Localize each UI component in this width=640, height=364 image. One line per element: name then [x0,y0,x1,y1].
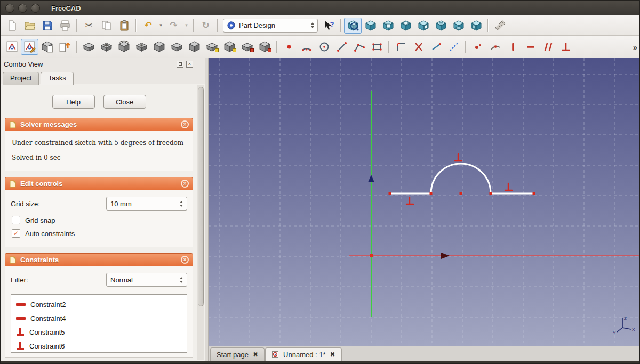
paste-button[interactable] [115,18,133,34]
create-line-button[interactable] [333,39,350,55]
help-button[interactable]: Help [52,95,95,109]
external-geometry-button[interactable] [427,39,445,55]
grid-snap-checkbox[interactable] [12,216,20,224]
workbench-selector[interactable]: Part Design [223,19,318,33]
grid-size-select[interactable]: 10 mm [106,197,187,211]
chamfer-button[interactable] [203,39,221,55]
arc-center-point[interactable] [460,192,462,195]
sketch-arc[interactable] [431,164,491,193]
constraints-header[interactable]: Constraints × [5,253,193,266]
redo-dropdown-button[interactable]: ▾ [182,18,190,34]
create-point-button[interactable] [280,39,298,55]
refresh-button[interactable]: ↻ [197,18,214,34]
trim-edge-button[interactable] [410,39,427,55]
undo-button[interactable]: ↶ [139,18,157,34]
tab-unnamed-document[interactable]: Unnamed : 1* ✖ [265,347,342,361]
spinner-arrows-icon[interactable] [308,22,314,28]
rear-view-button[interactable] [432,18,450,34]
close-panel-button[interactable]: × [186,61,193,68]
construction-mode-button[interactable] [445,39,462,55]
constrain-coincident-button[interactable] [469,39,486,55]
new-sketch-button[interactable] [3,39,21,55]
new-file-button[interactable] [3,18,21,34]
groove-button[interactable] [133,39,150,55]
create-fillet-button[interactable] [392,39,410,55]
constrain-perpendicular-button[interactable] [557,39,574,55]
sketch-scene[interactable]: Z X Y [209,58,639,346]
list-item-constraint6[interactable]: Constraint6 [11,339,187,353]
filter-select[interactable]: Normal [106,273,187,287]
pocket-button[interactable] [98,39,115,55]
toolbar-overflow-button[interactable]: » [633,42,637,51]
close-task-button[interactable]: Close [103,95,146,109]
top-view-button[interactable] [397,18,414,34]
close-tab-icon[interactable]: ✖ [330,351,335,358]
constraint-marker[interactable] [406,154,512,204]
whats-this-button[interactable]: ? [320,18,338,34]
titlebar[interactable]: FreeCAD [1,1,639,15]
origin-point[interactable] [370,254,373,257]
additive-loft-button[interactable] [150,39,168,55]
thickness-button[interactable] [238,39,256,55]
map-sketch-button[interactable] [38,39,56,55]
constrain-parallel-button[interactable] [539,39,557,55]
constrain-horizontal-button[interactable] [522,39,539,55]
tab-tasks[interactable]: Tasks [41,72,73,85]
bottom-view-button[interactable] [450,18,467,34]
solver-messages-header[interactable]: Solver messages × [5,118,193,131]
sketch-vertex[interactable] [533,192,535,195]
front-view-button[interactable] [379,18,397,34]
cut-button[interactable]: ✂ [80,18,98,34]
viewport-3d[interactable]: Z X Y Start page ✖ Unnamed : 1* ✖ [209,58,639,361]
window-minimize-button[interactable] [18,4,27,13]
reorient-sketch-button[interactable] [56,39,74,55]
collapse-icon[interactable]: × [181,120,189,128]
redo-button[interactable]: ↷ [165,18,182,34]
collapse-icon[interactable]: × [181,256,189,264]
create-polyline-button[interactable] [350,39,368,55]
tab-project[interactable]: Project [3,72,39,85]
scrollbar-thumb[interactable] [198,87,204,306]
create-arc-button[interactable] [298,39,315,55]
create-circle-button[interactable] [315,39,333,55]
list-item-constraint5[interactable]: Constraint5 [11,325,187,339]
collapse-icon[interactable]: × [181,180,189,188]
axonometric-view-button[interactable] [362,18,379,34]
close-tab-icon[interactable]: ✖ [253,351,258,358]
list-item-constraint2[interactable]: Constraint2 [11,297,187,311]
sketch-vertex[interactable] [389,192,391,195]
window-close-button[interactable] [5,4,14,13]
create-rectangle-button[interactable] [368,39,386,55]
fillet-feature-button[interactable] [186,39,203,55]
revolution-button[interactable] [115,39,133,55]
window-maximize-button[interactable] [31,4,40,13]
auto-constraints-checkbox[interactable]: ✓ [12,229,20,238]
list-item-constraint4[interactable]: Constraint4 [11,311,187,325]
copy-button[interactable] [98,18,115,34]
constrain-vertical-button[interactable] [504,39,522,55]
float-panel-button[interactable] [177,61,183,68]
print-button[interactable] [56,18,74,34]
save-button[interactable] [38,18,56,34]
constraint-list[interactable]: Constraint2 Constraint4 Constraint5 [11,294,187,353]
pad-button[interactable] [80,39,98,55]
additive-pipe-button[interactable] [168,39,186,55]
panel-scrollbar[interactable] [197,85,204,360]
open-file-button[interactable] [21,18,38,34]
spinner-arrows-icon[interactable] [177,277,183,283]
edit-sketch-button[interactable] [21,39,38,55]
measure-button[interactable] [491,18,509,34]
pattern-button[interactable] [256,39,274,55]
sketch-vertex[interactable] [430,192,433,195]
edit-controls-header[interactable]: Edit controls × [5,177,193,190]
constrain-point-on-object-button[interactable] [486,39,504,55]
tab-start-page[interactable]: Start page ✖ [210,347,265,361]
right-view-button[interactable] [414,18,432,34]
undo-dropdown-button[interactable]: ▾ [157,18,165,34]
fit-all-button[interactable] [344,18,362,34]
sketch-vertex[interactable] [490,192,492,195]
left-view-button[interactable] [467,18,485,34]
spinner-arrows-icon[interactable] [177,201,183,207]
draft-button[interactable] [221,39,238,55]
task-icon [9,180,17,188]
